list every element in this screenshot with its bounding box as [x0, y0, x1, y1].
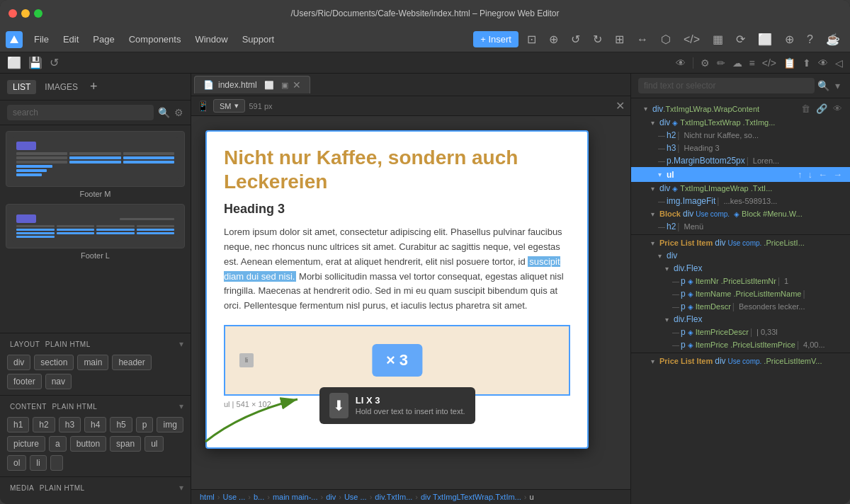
close-button[interactable] — [8, 9, 17, 18]
right-code2-icon[interactable]: </> — [762, 57, 776, 69]
tag-h6[interactable]: p — [136, 417, 154, 433]
coffee-icon[interactable]: ☕ — [822, 30, 844, 48]
tag-ul[interactable]: ol — [7, 455, 26, 471]
canvas-tab-index[interactable]: 📄 index.html ⬜ ▣ ✕ — [194, 76, 310, 93]
tab-list[interactable]: LIST — [7, 80, 36, 94]
tag-h3[interactable]: h3 — [59, 417, 81, 433]
in-icon[interactable]: ← — [816, 168, 829, 181]
menu-support[interactable]: Support — [237, 31, 280, 47]
tree-item-h3[interactable]: — h3 | Heading 3 — [631, 142, 850, 154]
tag-h1[interactable]: h1 — [7, 417, 29, 433]
bc-main[interactable]: main main-... — [273, 493, 318, 501]
tag-footer[interactable]: footer — [7, 374, 42, 389]
tag-p[interactable]: img — [157, 417, 183, 433]
tree-item-p-itemdescr[interactable]: — p ◈ ItemDescr | Besonders lecker... — [631, 300, 850, 313]
tag-span[interactable]: ul — [144, 436, 164, 452]
vis-icon[interactable]: 👁 — [831, 103, 844, 115]
viewport-selector[interactable]: SM ▾ — [213, 99, 245, 113]
bc-divtxtimgl[interactable]: div TxtImgLTextWrap.TxtIm... — [421, 493, 521, 501]
tree-toggle-icon[interactable]: ▾ — [651, 185, 658, 193]
menu-edit[interactable]: Edit — [57, 31, 84, 47]
tag-h5[interactable]: h5 — [110, 417, 132, 433]
plus-icon[interactable]: ⊕ — [545, 30, 562, 48]
media-collapse-icon[interactable]: ▾ — [179, 483, 183, 493]
tag-picture[interactable]: a — [49, 436, 67, 452]
tree-toggle-icon[interactable]: ▾ — [665, 265, 672, 273]
tag-ol[interactable]: li — [30, 455, 46, 471]
preview-ul-area[interactable]: li × 3 — [224, 325, 570, 396]
footer-m-thumb[interactable] — [6, 131, 185, 187]
right-filter-icon[interactable]: ▾ — [832, 79, 843, 93]
tree-item-p-margin[interactable]: — p.MarginBottom25px | Loren... — [631, 154, 850, 167]
layout-section-header[interactable]: LAYOUT Plain HTML ▾ — [7, 339, 183, 349]
undo-icon[interactable]: ↺ — [567, 30, 584, 48]
bc-use2[interactable]: Use ... — [344, 493, 367, 501]
tree-toggle-icon[interactable]: ▾ — [658, 171, 665, 178]
tree-item-img[interactable]: — img.ImageFit | ...kes-598913... — [631, 195, 850, 207]
tag-a[interactable]: button — [70, 436, 106, 452]
tree-item-p-itemnr[interactable]: — p ◈ ItemNr .PriceListItemNr | 1 — [631, 275, 850, 287]
right-collapse-icon[interactable]: ◁ — [835, 57, 843, 69]
tag-li[interactable] — [50, 455, 63, 471]
tag-h2[interactable]: h2 — [33, 417, 55, 433]
right-eye2-icon[interactable]: 👁 — [818, 57, 828, 69]
tag-header[interactable]: header — [112, 355, 151, 370]
undo2-icon[interactable]: ↺ — [50, 56, 59, 69]
minimize-button[interactable] — [21, 9, 30, 18]
tree-item-p-itemname[interactable]: — p ◈ ItemName .PriceListItemName | — [631, 287, 850, 300]
down-icon[interactable]: ↓ — [806, 168, 815, 181]
layout-collapse-icon[interactable]: ▾ — [179, 339, 183, 349]
out-icon[interactable]: → — [831, 168, 844, 181]
right-clipboard-icon[interactable]: 📋 — [783, 57, 795, 69]
delete-icon[interactable]: 🗑 — [799, 103, 812, 115]
tree-item-divflex2[interactable]: ▾ div.Flex — [631, 313, 850, 326]
tree-item-divwrap[interactable]: ▾ div .TxtImgLWrap.WrapContent 🗑🔗👁 — [631, 101, 850, 116]
code-icon[interactable]: </> — [679, 31, 704, 48]
tree-item-blockdiv[interactable]: ▾ Block div Use comp. ◈ Block #Menu.W... — [631, 207, 850, 220]
screen-icon[interactable]: ⬜ — [754, 30, 776, 48]
right-pen-icon[interactable]: ✏ — [717, 57, 725, 69]
tree-item-p-itempricedescr[interactable]: — p ◈ ItemPriceDescr | | 0,33l — [631, 326, 850, 338]
device-icon[interactable]: 📱 — [197, 101, 209, 112]
tree-toggle-icon[interactable]: ▾ — [651, 210, 658, 218]
tree-item-p-itemprice[interactable]: — p ◈ ItemPrice .PriceListItemPrice | 4,… — [631, 338, 850, 351]
tree-toggle-icon[interactable]: ▾ — [651, 119, 658, 127]
tab-images[interactable]: IMAGES — [39, 80, 84, 94]
tag-button[interactable]: span — [110, 436, 141, 452]
right-cloud-icon[interactable]: ☁ — [732, 57, 742, 69]
right-export-icon[interactable]: ⬆ — [803, 57, 811, 69]
tag-img[interactable]: picture — [7, 436, 45, 452]
tag-nav[interactable]: nav — [45, 374, 72, 389]
help-icon[interactable]: ? — [803, 31, 817, 48]
redo-icon[interactable]: ↻ — [589, 30, 606, 48]
tag-main[interactable]: main — [77, 355, 108, 370]
eye-icon[interactable]: 👁 — [676, 57, 686, 69]
tree-item-pricelistitem2[interactable]: ▾ Price List Item div Use comp. .PriceLi… — [631, 355, 850, 367]
resize-icon[interactable]: ↔ — [633, 31, 652, 48]
tree-toggle-icon[interactable]: ▾ — [651, 239, 658, 247]
media-section-header[interactable]: MEDIA Plain HTML ▾ — [7, 483, 183, 493]
tree-item-h2[interactable]: — h2 | Nicht nur Kaffee, so... — [631, 129, 850, 142]
bc-div[interactable]: div — [326, 493, 336, 501]
add-icon[interactable]: ⊕ — [781, 30, 798, 48]
up-icon[interactable]: ↑ — [795, 168, 805, 181]
menu-components[interactable]: Components — [123, 31, 187, 47]
tag-h4[interactable]: h4 — [84, 417, 106, 433]
tree-item-divimgwrap[interactable]: ▾ div ◈ TxtImgLImageWrap .TxtI... — [631, 182, 850, 195]
right-search-icon[interactable]: 🔍 — [815, 79, 832, 93]
add-tab-icon[interactable]: + — [86, 78, 101, 96]
save-icon[interactable]: 💾 — [28, 56, 42, 69]
filter-icon[interactable]: ⚙ — [174, 107, 183, 118]
bc-divtxtim[interactable]: div.TxtIm... — [375, 493, 412, 501]
right-search-input[interactable] — [638, 78, 815, 93]
right-align-icon[interactable]: ≡ — [749, 57, 755, 69]
menu-window[interactable]: Window — [189, 31, 233, 47]
shape-icon[interactable]: ⬡ — [657, 30, 675, 48]
search-input[interactable] — [7, 105, 154, 120]
right-settings-icon[interactable]: ⚙ — [701, 57, 710, 69]
tree-item-pricelistitem1[interactable]: ▾ Price List Item div Use comp. .PriceLi… — [631, 236, 850, 249]
tree-item-h2-menu[interactable]: — h2 | Menü — [631, 220, 850, 233]
footer-l-thumb[interactable] — [6, 204, 185, 248]
tree-item-divtxt[interactable]: ▾ div ◈ TxtImgLTextWrap .TxtImg... — [631, 116, 850, 129]
bc-use[interactable]: Use ... — [222, 493, 245, 501]
